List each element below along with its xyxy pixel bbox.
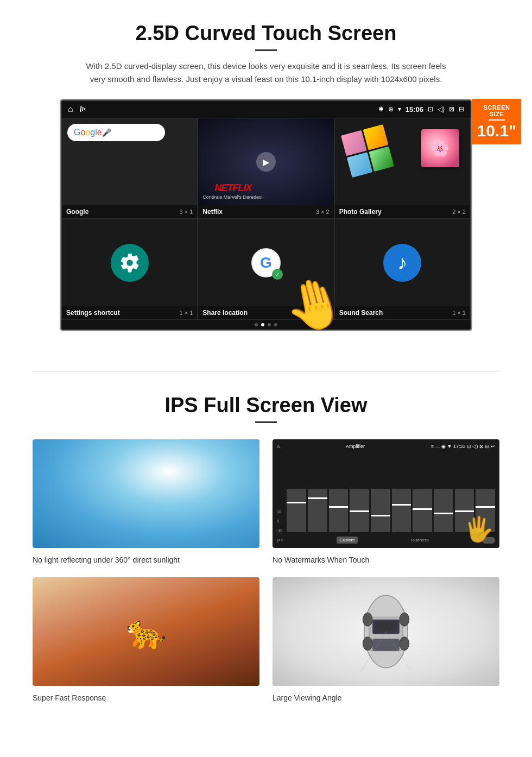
netflix-grid-size: 3 × 2 [316, 209, 330, 215]
status-bar-left: ⌂ ⫸ [68, 104, 87, 114]
amplifier-image: ⌂ Amplifier ≡ … ◉ ▼ 17:33 ⊡ ◁) ⊠ ⊟ ↩ 10 … [273, 439, 499, 548]
google-label: Google [66, 208, 88, 216]
svg-point-8 [400, 637, 409, 651]
usb-icon: ⫸ [79, 104, 87, 114]
status-time: 15:06 [406, 105, 423, 113]
share-cell-top: G ✓ 🤚 [198, 219, 333, 306]
g-letter-o2: o [85, 128, 90, 137]
netflix-app-cell[interactable]: ▶ NETFLIX Continue Marvel's Daredevil Ne… [198, 118, 334, 219]
netflix-subtitle: Continue Marvel's Daredevil [202, 194, 263, 200]
mic-icon: 🎤 [102, 128, 111, 137]
dot-4 [274, 323, 277, 326]
badge-title: Screen Size [477, 104, 517, 117]
dot-2 [261, 323, 264, 326]
g-letter-g: G [74, 128, 80, 137]
app-grid-top: Google 🎤 Google 3 × 1 ▶ [61, 118, 471, 219]
netflix-label-row: Netflix 3 × 2 [198, 205, 333, 218]
page-separator [33, 371, 499, 372]
bluetooth-icon: ✱ [378, 105, 384, 113]
share-label-row: Share location 1 × 1 [198, 306, 333, 319]
car-label: Large Viewing Angle [273, 693, 499, 702]
badge-size: 10.1" [477, 123, 517, 139]
photo-cell-top: 🌸 [335, 118, 470, 205]
google-logo: Google [74, 128, 102, 137]
amp-footer-left: |<< [277, 538, 283, 542]
sound-icon-circle: ♪ [383, 244, 421, 282]
sunlight-img-content [33, 439, 259, 548]
sunlight-image [33, 439, 259, 548]
feature-cheetah: 🐆 Super Fast Response [33, 577, 259, 702]
sound-cell-top: ♪ [335, 219, 470, 306]
dot-3 [268, 323, 271, 326]
settings-app-cell[interactable]: Settings shortcut 1 × 1 [61, 219, 198, 320]
netflix-play-button[interactable]: ▶ [256, 152, 276, 172]
gps-icon: ⊕ [388, 105, 394, 113]
share-location-app-cell[interactable]: G ✓ 🤚 Share location 1 × 1 [198, 219, 334, 320]
netflix-logo-text: NETFLIX [202, 182, 263, 194]
section1-divider [255, 49, 277, 51]
amp-loudness-label: loudness [411, 538, 429, 542]
svg-point-7 [363, 637, 372, 651]
section1-description: With 2.5D curved-display screen, this de… [81, 60, 451, 86]
car-img-content [273, 577, 499, 686]
feature-sunlight: No light reflecting under 360° direct su… [33, 439, 259, 564]
settings-icon-circle [111, 244, 149, 282]
settings-label-row: Settings shortcut 1 × 1 [62, 306, 197, 319]
google-app-cell[interactable]: Google 🎤 Google 3 × 1 [61, 118, 198, 219]
gear-svg-icon [119, 252, 141, 274]
wifi-icon: ▾ [398, 105, 401, 113]
amp-custom-btn: Custom [337, 537, 358, 544]
svg-point-5 [363, 613, 372, 626]
share-grid-size: 1 × 1 [316, 310, 330, 316]
eq-labels-left: 10 0 -10 [277, 510, 282, 532]
device-wrapper: Screen Size 10.1" ⌂ ⫸ ✱ ⊕ ▾ 15:06 ⊡ ◁) ⊠ [60, 99, 472, 331]
section1-title: 2.5D Curved Touch Screen [33, 22, 499, 45]
close-icon: ⊠ [449, 105, 454, 113]
netflix-cell-top: ▶ NETFLIX Continue Marvel's Daredevil [198, 118, 333, 205]
svg-point-6 [400, 613, 409, 626]
amplifier-img-content: ⌂ Amplifier ≡ … ◉ ▼ 17:33 ⊡ ◁) ⊠ ⊟ ↩ 10 … [273, 439, 499, 548]
settings-cell-top [62, 219, 197, 306]
features-grid: No light reflecting under 360° direct su… [33, 439, 499, 702]
photo-grid-size: 2 × 2 [452, 209, 466, 215]
eq-container: 10 0 -10 [277, 451, 495, 534]
amp-home-icon: ⌂ [277, 444, 280, 449]
device-screen: ⌂ ⫸ ✱ ⊕ ▾ 15:06 ⊡ ◁) ⊠ ⊟ [60, 99, 472, 331]
feature-car: Large Viewing Angle [273, 577, 499, 702]
home-icon: ⌂ [68, 104, 73, 114]
amp-controls: ≡ … ◉ ▼ 17:33 ⊡ ◁) ⊠ ⊟ ↩ [431, 444, 495, 449]
sound-label-row: Sound Search 1 × 1 [335, 306, 470, 319]
sunlight-label: No light reflecting under 360° direct su… [33, 556, 259, 564]
sound-grid-size: 1 × 1 [452, 310, 466, 316]
amplifier-label: No Watermarks When Touch [273, 556, 499, 564]
screen-size-badge: Screen Size 10.1" [472, 99, 521, 144]
sound-label: Sound Search [339, 309, 383, 317]
indicator-dots [61, 320, 471, 330]
settings-grid-size: 1 × 1 [180, 310, 193, 316]
google-grid-size: 3 × 1 [180, 209, 193, 215]
amp-header: ⌂ Amplifier ≡ … ◉ ▼ 17:33 ⊡ ◁) ⊠ ⊟ ↩ [277, 444, 495, 449]
svg-rect-4 [375, 622, 396, 632]
cheetah-image: 🐆 [33, 577, 259, 686]
netflix-badge: NETFLIX Continue Marvel's Daredevil [202, 182, 263, 200]
dot-1 [255, 323, 258, 326]
curved-screen-section: 2.5D Curved Touch Screen With 2.5D curve… [0, 0, 532, 344]
cheetah-label: Super Fast Response [33, 693, 259, 702]
settings-label: Settings shortcut [66, 309, 120, 317]
google-label-row: Google 3 × 1 [62, 205, 197, 218]
g-letter-g2: g [90, 128, 95, 137]
g-letter-e: e [97, 128, 102, 137]
section2-divider [255, 421, 277, 423]
amp-hand-icon: 🖐 [464, 515, 494, 544]
car-image [273, 577, 499, 686]
photo-gallery-app-cell[interactable]: 🌸 Photo Gallery 2 × 2 [334, 118, 471, 219]
google-cell-top: Google 🎤 [62, 118, 197, 205]
app-grid-bottom: Settings shortcut 1 × 1 G ✓ [61, 219, 471, 320]
status-bar: ⌂ ⫸ ✱ ⊕ ▾ 15:06 ⊡ ◁) ⊠ ⊟ [61, 100, 471, 118]
volume-icon: ◁) [438, 105, 445, 113]
photo-label-row: Photo Gallery 2 × 2 [335, 205, 470, 218]
sound-search-app-cell[interactable]: ♪ Sound Search 1 × 1 [334, 219, 471, 320]
amp-title: Amplifier [346, 444, 365, 449]
google-search-bar[interactable]: Google 🎤 [67, 124, 165, 141]
share-label: Share location [202, 309, 248, 317]
